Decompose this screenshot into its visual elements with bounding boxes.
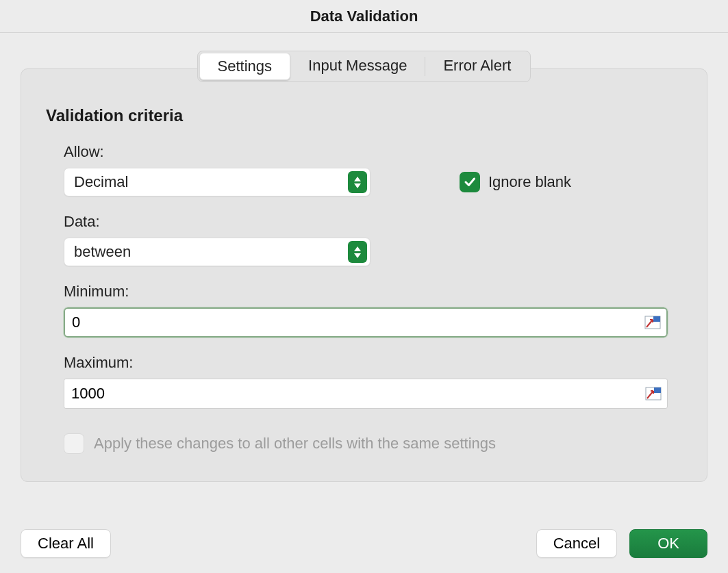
tabs-container: Settings Input Message Error Alert — [0, 51, 728, 82]
allow-label: Allow: — [64, 143, 682, 161]
up-down-icon — [348, 241, 367, 263]
tab-input-message[interactable]: Input Message — [290, 53, 425, 80]
tab-settings[interactable]: Settings — [199, 53, 291, 80]
clear-all-button[interactable]: Clear All — [21, 529, 111, 558]
allow-value: Decimal — [74, 173, 348, 191]
svg-rect-1 — [653, 316, 660, 322]
dialog-title: Data Validation — [310, 8, 418, 25]
dialog-titlebar: Data Validation — [0, 0, 728, 33]
apply-all-checkbox — [64, 433, 84, 454]
ok-button[interactable]: OK — [629, 529, 707, 558]
settings-panel: Validation criteria Allow: Decimal Ignor… — [21, 68, 707, 482]
ignore-blank-checkbox[interactable] — [460, 172, 480, 192]
maximum-input[interactable] — [71, 385, 644, 403]
ignore-blank-label: Ignore blank — [488, 173, 571, 191]
dialog-footer: Clear All Cancel OK — [0, 529, 728, 558]
maximum-row: Maximum: — [46, 354, 682, 409]
minimum-label: Minimum: — [64, 283, 682, 301]
data-value: between — [74, 243, 348, 261]
minimum-input[interactable] — [72, 314, 643, 331]
range-picker-icon[interactable] — [644, 385, 663, 402]
maximum-input-container — [64, 379, 668, 409]
data-select[interactable]: between — [64, 238, 371, 266]
svg-rect-3 — [654, 387, 661, 393]
tab-error-alert[interactable]: Error Alert — [425, 53, 529, 80]
range-picker-icon[interactable] — [643, 314, 662, 331]
maximum-label: Maximum: — [64, 354, 682, 372]
allow-select[interactable]: Decimal — [64, 168, 371, 196]
minimum-input-container — [64, 307, 668, 338]
up-down-icon — [348, 171, 367, 193]
section-title: Validation criteria — [46, 106, 682, 125]
data-row: Data: between — [46, 213, 682, 266]
tabs: Settings Input Message Error Alert — [197, 51, 531, 82]
allow-row: Allow: Decimal Ignore blank — [46, 143, 682, 196]
cancel-button[interactable]: Cancel — [536, 529, 617, 558]
apply-all-row: Apply these changes to all other cells w… — [64, 433, 682, 454]
data-label: Data: — [64, 213, 682, 231]
minimum-row: Minimum: — [46, 283, 682, 338]
check-icon — [463, 175, 477, 189]
apply-all-label: Apply these changes to all other cells w… — [94, 435, 496, 453]
